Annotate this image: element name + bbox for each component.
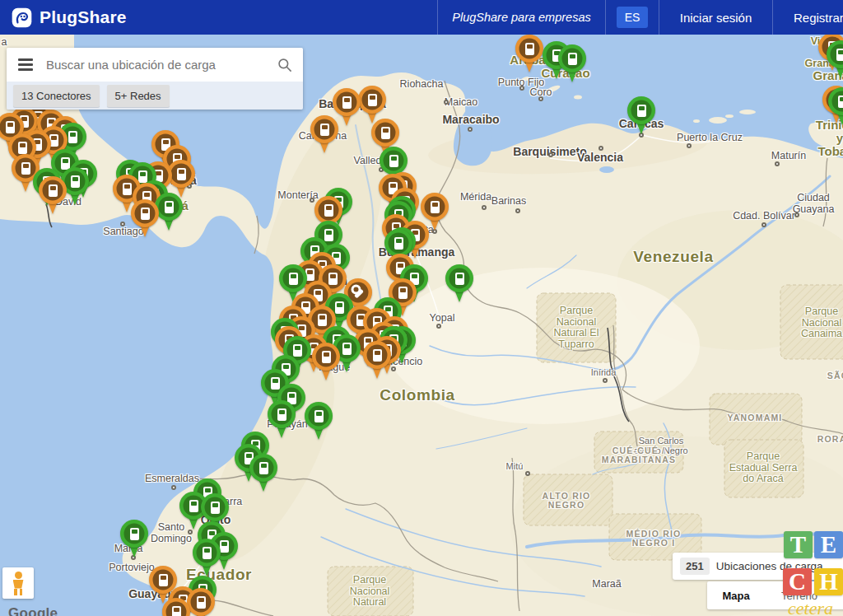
- charger-icon: [172, 606, 181, 616]
- city-dot: [775, 161, 780, 166]
- charging-location-pin[interactable]: [556, 44, 589, 82]
- top-navbar: PlugShare PlugShare para empresas ES Ini…: [0, 0, 843, 35]
- charger-icon: [637, 105, 646, 117]
- charger-icon: [289, 273, 298, 285]
- search-input[interactable]: [44, 57, 267, 72]
- city-dot: [687, 143, 692, 148]
- charging-location-pin[interactable]: [190, 539, 223, 576]
- charger-icon: [141, 208, 150, 220]
- city-dot: [515, 208, 520, 213]
- search-bar: [7, 48, 303, 82]
- street-view-pegman-button[interactable]: [2, 567, 34, 599]
- city-dot: [538, 96, 543, 101]
- charging-location-pin[interactable]: [128, 199, 161, 237]
- charger-icon: [165, 201, 174, 213]
- logo-text: PlugShare: [40, 7, 127, 27]
- charger-icon: [18, 142, 27, 154]
- map-label: CUÉ-CUÉ / MARABITANAS: [602, 446, 677, 465]
- google-logo: Google: [8, 605, 58, 616]
- charger-icon: [159, 574, 168, 586]
- city-dot: [519, 86, 524, 91]
- location-count-badge: 251: [680, 558, 710, 575]
- map-label: Parque Nacional Natural: [350, 575, 390, 609]
- language-button[interactable]: ES: [617, 7, 649, 28]
- networks-filter-chip[interactable]: 5+ Redes: [107, 85, 170, 107]
- nav-business-link[interactable]: PlugShare para empresas: [437, 0, 605, 35]
- map-type-control: Mapa Terreno: [707, 581, 843, 609]
- hamburger-icon: [18, 58, 33, 61]
- charging-location-pin[interactable]: [824, 40, 843, 78]
- charging-location-pin[interactable]: [310, 343, 342, 380]
- charger-icon: [373, 349, 382, 362]
- charger-icon: [130, 528, 139, 540]
- charger-icon: [568, 53, 577, 65]
- map-view-button[interactable]: Mapa: [707, 581, 765, 609]
- charger-icon: [21, 162, 30, 175]
- charging-location-pin[interactable]: [302, 402, 335, 440]
- search-panel: 13 Conectores 5+ Redes: [7, 48, 303, 110]
- charging-location-pin[interactable]: [160, 598, 193, 616]
- charger-icon: [322, 351, 331, 363]
- charger-icon: [203, 547, 212, 559]
- register-link[interactable]: Registrarse: [772, 0, 843, 35]
- terrain-view-button[interactable]: Terreno: [765, 581, 834, 609]
- plugshare-logo-icon: [11, 7, 33, 29]
- map-label: Punto Fijo: [498, 77, 544, 89]
- map-label: ALTO RIO NEGRO: [543, 492, 591, 511]
- charger-icon: [381, 127, 390, 139]
- map-label: Inírida: [591, 368, 617, 378]
- charging-location-pin[interactable]: [443, 264, 476, 302]
- map-label: Maracaibo: [442, 114, 499, 126]
- charger-icon: [389, 155, 398, 167]
- pegman-icon: [15, 572, 22, 579]
- city-dot: [761, 222, 766, 227]
- charging-location-pin[interactable]: [308, 115, 341, 153]
- charger-icon: [455, 273, 464, 285]
- map-label: Mérida: [460, 192, 491, 203]
- map-label: Puerto la Cruz: [677, 133, 743, 144]
- map-label: Mitú: [506, 462, 524, 472]
- map-label: Parque Nacional Natural El Tuparro: [554, 306, 599, 350]
- charger-icon: [836, 49, 843, 61]
- plugshare-logo[interactable]: PlugShare: [0, 7, 127, 29]
- charger-icon: [431, 201, 440, 213]
- charging-location-pin[interactable]: [361, 341, 394, 379]
- city-dot: [482, 205, 487, 210]
- menu-button[interactable]: [7, 48, 44, 82]
- header-nav: PlugShare para empresas ES Iniciar sesió…: [437, 0, 843, 35]
- charger-icon: [368, 94, 377, 106]
- search-button[interactable]: [267, 48, 303, 82]
- city-dot: [598, 146, 603, 151]
- map-label: Maraã: [592, 579, 621, 590]
- map-label: Maicao: [445, 97, 477, 109]
- charging-location-pin[interactable]: [36, 176, 69, 214]
- charger-icon: [177, 168, 186, 180]
- login-link[interactable]: Iniciar sesión: [659, 0, 772, 35]
- map-label: SÃO: [827, 371, 843, 380]
- location-count-label: Ubicaciones de carga: [716, 560, 823, 572]
- charger-icon: [49, 184, 58, 197]
- charger-icon: [189, 500, 198, 512]
- charging-location-pin[interactable]: [247, 454, 280, 492]
- nav-language-item: ES: [605, 0, 659, 35]
- charger-icon: [259, 462, 268, 474]
- city-dot: [603, 378, 608, 383]
- city-dot: [120, 222, 125, 226]
- map-label: RORAIMA: [817, 435, 843, 444]
- map-label: Parque Estadual Serra do Aracá: [729, 451, 798, 485]
- charging-location-pin[interactable]: [625, 96, 658, 134]
- city-dot: [444, 100, 449, 105]
- charger-icon: [318, 314, 327, 326]
- connectors-filter-chip[interactable]: 13 Conectores: [13, 85, 100, 107]
- charging-location-pin[interactable]: [826, 87, 843, 125]
- city-dot: [171, 485, 176, 490]
- map-label: Valencia: [577, 152, 623, 164]
- filter-bar: 13 Conectores 5+ Redes: [7, 82, 303, 110]
- charger-icon: [314, 410, 324, 422]
- search-icon: [277, 57, 293, 73]
- charging-location-pin[interactable]: [118, 520, 151, 558]
- map-label: Colombia: [380, 387, 454, 404]
- city-dot: [436, 324, 441, 329]
- map-label: YANOMAMI: [728, 413, 783, 422]
- charger-icon: [197, 596, 206, 609]
